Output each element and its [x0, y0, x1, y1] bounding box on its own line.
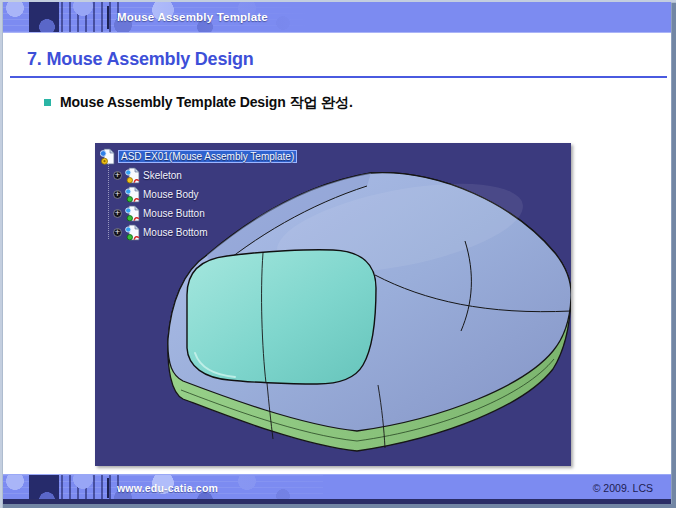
tree-root-row[interactable]: ASD EX01(Mouse Assembly Template): [100, 147, 297, 166]
title-underline: [10, 76, 667, 78]
footer-band: www.edu-catia.com © 2009. LCS: [3, 474, 671, 500]
expand-icon[interactable]: +: [113, 171, 122, 180]
header-separator: [107, 6, 109, 29]
bullet-square-icon: [44, 99, 51, 106]
tree-item-mouse-button[interactable]: + Mouse Button: [100, 204, 297, 223]
tree-item-label[interactable]: Mouse Button: [143, 208, 205, 219]
catia-3d-viewport[interactable]: ASD EX01(Mouse Assembly Template) + Skel…: [95, 143, 571, 466]
header-title: Mouse Assembly Template: [117, 2, 268, 32]
header-band: Mouse Assembly Template: [3, 2, 671, 33]
tree-item-mouse-bottom[interactable]: + Mouse Bottom: [100, 223, 297, 242]
part-icon: [125, 224, 140, 241]
expand-icon[interactable]: +: [113, 190, 122, 199]
tree-item-label[interactable]: Mouse Bottom: [143, 227, 207, 238]
part-icon: [125, 186, 140, 203]
part-icon: [125, 205, 140, 222]
part-icon: [125, 167, 140, 184]
bullet-item: Mouse Assembly Template Design 작업 완성.: [44, 94, 353, 112]
footer-decoration: [3, 475, 603, 500]
slide-page: Mouse Assembly Template 7. Mouse Assembl…: [0, 0, 676, 508]
tree-item-label[interactable]: Mouse Body: [143, 189, 199, 200]
tree-item-skeleton[interactable]: + Skeleton: [100, 166, 297, 185]
tree-item-mouse-body[interactable]: + Mouse Body: [100, 185, 297, 204]
footer-copyright: © 2009. LCS: [593, 475, 653, 500]
footer-website: www.edu-catia.com: [117, 475, 218, 500]
footer-separator: [107, 478, 109, 498]
footer-navy-strip: [3, 499, 671, 504]
assembly-root-icon: [100, 148, 115, 165]
expand-icon[interactable]: +: [113, 228, 122, 237]
expand-icon[interactable]: +: [113, 209, 122, 218]
specification-tree: ASD EX01(Mouse Assembly Template) + Skel…: [100, 147, 297, 242]
slide-title: 7. Mouse Assembly Design: [27, 49, 254, 70]
bullet-text: Mouse Assembly Template Design 작업 완성.: [60, 94, 353, 112]
tree-item-label[interactable]: Skeleton: [143, 170, 182, 181]
tree-root-label[interactable]: ASD EX01(Mouse Assembly Template): [118, 150, 297, 163]
